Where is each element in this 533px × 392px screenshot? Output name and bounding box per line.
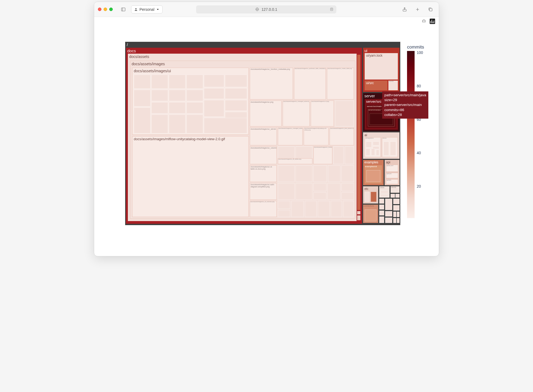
- leaf-java-params[interactable]: docs/assets/images/uc_java_params.png: [330, 128, 354, 145]
- leaf-uch-mlflow[interactable]: docs/assets/images/unitycatalog-uch-mlfl…: [304, 128, 329, 145]
- treemap[interactable]: / docs docs/assets docs/assets/images do…: [125, 42, 400, 225]
- leaf-cli-vol[interactable]: docs/assets/images/uc_cli_volumes.png: [250, 201, 277, 217]
- svg-rect-0: [121, 8, 125, 11]
- chevron-down-icon: [156, 8, 160, 11]
- leaf-create-tbl[interactable]: docs/assets/images/uc_create_table.png: [327, 68, 354, 99]
- leaf-qs-meta[interactable]: docs/assets/images/uc_quickstart_table_m…: [294, 68, 326, 99]
- tooltip-commits: commits=86: [384, 108, 426, 112]
- tooltip-size: size=29: [384, 98, 426, 102]
- maximize-button[interactable]: [109, 8, 113, 11]
- user-icon: [134, 8, 138, 11]
- node-api-all[interactable]: api/all.yaml: [386, 165, 398, 172]
- tooltip-path: path=server/src/main/java: [384, 93, 426, 98]
- address-bar[interactable]: 127.0.0.1: [196, 5, 336, 13]
- svg-rect-12: [429, 8, 432, 11]
- sidebar-icon: [121, 7, 126, 12]
- reader-icon[interactable]: [330, 7, 334, 11]
- new-tab-button[interactable]: [413, 5, 422, 13]
- tabs-icon: [428, 7, 433, 12]
- tick-40: 40: [417, 151, 421, 155]
- node-clients[interactable]: clients: [391, 186, 399, 193]
- node-ui-src[interactable]: ui/src: [365, 81, 387, 90]
- tooltip-collabs: collabs=28: [384, 112, 426, 117]
- leaf-vol-get[interactable]: docs/assets/images/uc_volume_get.png: [250, 146, 277, 164]
- hover-tooltip: path=server/src/main/java size=29 parent…: [382, 91, 428, 119]
- leaf-func-meta[interactable]: docs/assets/images/uc_function_metadata.…: [250, 68, 293, 99]
- leaf-ucserver[interactable]: docs/assets/images/uc_server.png: [250, 128, 277, 145]
- node-api-defs[interactable]: api/defs: [386, 179, 398, 184]
- tick-100: 100: [417, 50, 423, 55]
- node-ui-public[interactable]: ui/public: [388, 81, 398, 90]
- color-scale-title: commits: [407, 44, 424, 50]
- svg-point-13: [423, 20, 425, 22]
- snapshot-button[interactable]: [421, 18, 426, 25]
- leaf-managed-ext[interactable]: docs/assets/images/uc_managed_external_t…: [278, 128, 303, 145]
- leaf-db-tables[interactable]: docs/assets/images/uc_db_tables.png: [278, 158, 312, 164]
- leaf-duckdb[interactable]: docs/assets/images/uc_duckdb.png: [313, 146, 332, 164]
- plot-area: / docs docs/assets docs/assets/images do…: [94, 26, 439, 256]
- profile-label: Personal: [139, 7, 154, 12]
- share-icon: [402, 7, 407, 12]
- root-node[interactable]: /: [127, 42, 128, 47]
- tabs-overview-button[interactable]: [426, 5, 435, 13]
- leaf-table-vs[interactable]: docs/assets/images/uc-ui-table-vs-docs.p…: [250, 165, 277, 182]
- leaf-auth[interactable]: docs/assets/images/uc-auth-diagram-simpl…: [250, 183, 277, 200]
- color-scale-bar: [407, 51, 415, 218]
- close-button[interactable]: [98, 8, 101, 11]
- leaf-uc[interactable]: docs/assets/images/uc.png: [250, 101, 282, 126]
- minimize-button[interactable]: [104, 8, 107, 11]
- tooltip-parent: parent=server/src/main: [384, 102, 426, 107]
- svg-point-2: [135, 8, 137, 9]
- profile-menu[interactable]: Personal: [131, 5, 163, 13]
- leaf-managed-drop[interactable]: docs/assets/images/uc_managed_external_t…: [283, 101, 310, 126]
- globe-icon: [255, 7, 259, 11]
- plus-icon: [415, 7, 420, 12]
- browser-window: Personal 127.0.0.1: [94, 2, 439, 256]
- node-api-tools[interactable]: api/tools: [386, 173, 398, 178]
- tick-80: 80: [417, 84, 421, 88]
- address-text: 127.0.0.1: [261, 7, 277, 12]
- color-scale-ticks: 100 80 60 40 20: [417, 51, 426, 218]
- leaf-ucui[interactable]: docs/assets/images/uc-ui.png: [311, 101, 334, 126]
- plot-toolbar: [94, 17, 439, 26]
- titlebar: Personal 127.0.0.1: [94, 2, 439, 17]
- tick-20: 20: [417, 184, 421, 188]
- svg-rect-6: [330, 8, 333, 11]
- plotly-logo-button[interactable]: [430, 19, 435, 24]
- node-ui-yarn[interactable]: ui/yarn.lock: [365, 53, 398, 80]
- traffic-lights: [98, 8, 113, 11]
- sidebar-toggle-button[interactable]: [119, 5, 128, 13]
- color-scale: commits 100 80 60 40 20: [407, 44, 431, 218]
- share-button[interactable]: [400, 5, 409, 13]
- camera-icon: [421, 18, 426, 23]
- node-mlflow-gif[interactable]: docs/assets/images/mlflow-unitycatalog-m…: [132, 136, 249, 217]
